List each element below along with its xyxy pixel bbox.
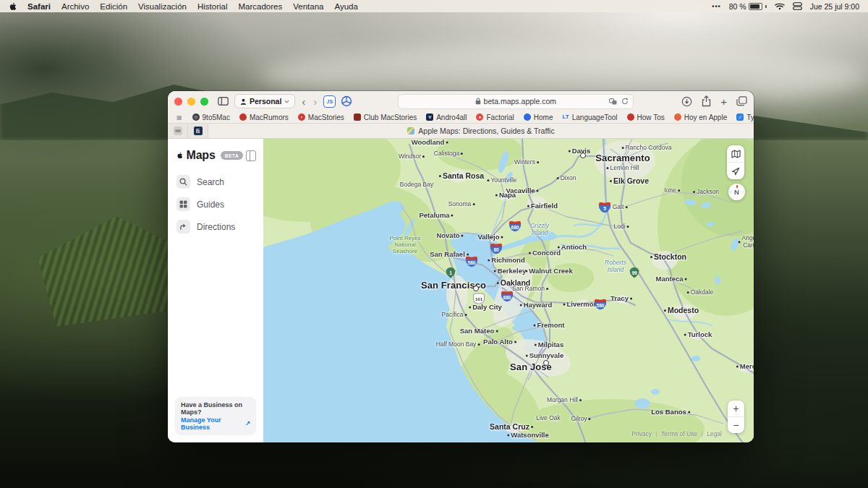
js-extension-icon[interactable]: JS [323, 95, 336, 108]
new-tab-button[interactable]: + [720, 96, 727, 107]
external-link-icon: ↗ [244, 420, 250, 427]
compass-north-label: N [734, 188, 739, 196]
safari-window: Personal ‹ › JS beta.maps.apple.com [168, 91, 754, 442]
bookmark-hoy-en-apple[interactable]: Hoy en Apple [674, 114, 728, 121]
tab-bar: fi Apple Maps: Directions, Guides & Traf… [168, 123, 754, 139]
beta-badge: BETA [221, 151, 244, 160]
manage-business-label: Manage Your Business [181, 416, 242, 431]
chevron-down-icon [284, 100, 289, 103]
pinned-tab-1[interactable] [168, 124, 188, 138]
bookmark-club-macstories[interactable]: Club MacStories [354, 114, 417, 121]
battery-indicator[interactable]: 80 % [729, 2, 767, 11]
desktop: Safari ArchivoEdiciónVisualizaciónHistor… [0, 0, 868, 488]
map-controls [727, 145, 744, 179]
bookmark-andro4all[interactable]: VAndro4all [426, 114, 467, 121]
sidebar-item-guides[interactable]: Guides [168, 193, 263, 215]
bookmark-how-tos[interactable]: How Tos [627, 114, 665, 121]
tab-title: Apple Maps: Directions, Guides & Traffic [418, 127, 554, 135]
bookmarks-list: ◷9to5MacMacRumors▪MacStoriesClub MacStor… [192, 114, 754, 121]
menu-item-historial[interactable]: Historial [197, 2, 228, 11]
menu-item-edici-n[interactable]: Edición [100, 2, 127, 11]
bookmark-9to5mac[interactable]: ◷9to5Mac [192, 114, 230, 121]
minimize-button[interactable] [187, 98, 195, 106]
directions-icon [176, 220, 190, 234]
zoom-in-button[interactable]: + [728, 401, 744, 416]
macrumors-favicon-icon [239, 114, 247, 121]
sidebar-item-label: Directions [197, 222, 235, 232]
factorial-favicon-icon: ● [476, 114, 483, 121]
map-footer-link-legal[interactable]: Legal [697, 430, 722, 437]
tab-overview-icon[interactable] [736, 96, 747, 106]
battery-percent: 80 % [729, 2, 746, 11]
map-footer-link-privacy[interactable]: Privacy [631, 430, 652, 437]
active-tab[interactable]: Apple Maps: Directions, Guides & Traffic [208, 124, 754, 138]
window-toolbar: Personal ‹ › JS beta.maps.apple.com [168, 91, 754, 111]
compass-control[interactable]: N [728, 184, 745, 200]
pinned-tab-2[interactable]: fi [188, 124, 208, 138]
address-bar[interactable]: beta.maps.apple.com [398, 94, 634, 109]
share-icon[interactable] [702, 95, 711, 107]
bookmark-macstories[interactable]: ▪MacStories [298, 114, 344, 121]
city-marker [543, 360, 549, 366]
bookmark-factorial[interactable]: ●Factorial [476, 114, 514, 121]
menu-item-archivo[interactable]: Archivo [61, 2, 89, 11]
close-button[interactable] [174, 98, 182, 106]
profile-button[interactable]: Personal [234, 94, 295, 108]
business-promo: Have a Business on Maps? Manage Your Bus… [175, 397, 256, 435]
maps-sidebar-toggle-icon[interactable] [246, 150, 256, 161]
pinned-tab-1-favicon [174, 127, 182, 135]
battery-icon [749, 3, 762, 10]
menu-extra-icon[interactable]: ••• [712, 3, 720, 10]
city-marker [580, 153, 586, 158]
menu-item-ayuda[interactable]: Ayuda [334, 2, 357, 11]
bookmark-home[interactable]: Home [524, 114, 553, 121]
map-canvas[interactable]: WoodlandDavisSacramentoRancho CordovaLem… [263, 139, 754, 442]
back-button[interactable]: ‹ [300, 96, 307, 107]
translate-icon[interactable] [609, 98, 617, 105]
map-footer-link-terms-of-use[interactable]: Terms of Use [652, 430, 697, 437]
apple-maps-favicon [407, 127, 414, 134]
menu-item-marcadores[interactable]: Marcadores [239, 2, 283, 11]
reload-icon[interactable] [621, 98, 629, 105]
menu-item-visualizaci-n[interactable]: Visualización [138, 2, 187, 11]
bookmark-label: Factorial [486, 114, 514, 121]
menu-item-ventana[interactable]: Ventana [293, 2, 323, 11]
map-mode-button[interactable] [727, 145, 744, 162]
menu-clock[interactable]: Jue 25 jul 9:00 [810, 2, 859, 11]
maps-brand: Maps BETA [168, 146, 263, 171]
control-center-icon[interactable] [793, 2, 802, 10]
menu-bar-items: ArchivoEdiciónVisualizaciónHistorialMarc… [61, 2, 358, 11]
sidebar-toggle-icon[interactable] [216, 95, 229, 107]
menu-app-name[interactable]: Safari [27, 2, 51, 11]
current-location-button[interactable] [727, 162, 744, 179]
lock-icon [475, 98, 481, 105]
forward-button[interactable]: › [312, 96, 318, 107]
wheel-extension-icon[interactable] [341, 95, 352, 107]
sidebar-item-directions[interactable]: Directions [168, 215, 263, 238]
bookmark-label: Typefully [746, 114, 754, 121]
bookmark-languagetool[interactable]: LTLanguageTool [563, 114, 618, 121]
zoom-out-button[interactable]: − [728, 416, 744, 433]
wifi-icon[interactable] [775, 2, 785, 10]
bookmark-label: How Tos [637, 114, 665, 121]
folded-map-icon [731, 150, 741, 158]
sidebar-item-search[interactable]: Search [168, 171, 263, 193]
bookmark-typefully[interactable]: ∕Typefully [736, 114, 754, 121]
9to5mac-favicon-icon: ◷ [192, 114, 200, 121]
pinned-tab-2-favicon: fi [194, 127, 203, 135]
manage-business-link[interactable]: Manage Your Business ↗ [181, 416, 250, 431]
window-controls [174, 98, 208, 106]
apple-menu-icon[interactable] [9, 2, 17, 11]
zoom-button[interactable] [200, 98, 208, 106]
menu-bar-status: ••• 80 % Jue 25 jul 9:00 [712, 2, 859, 11]
apple-logo-icon [176, 150, 184, 160]
favorites-grid-icon[interactable]: ▦ [176, 114, 183, 121]
bookmarks-bar: ▦ ◷9to5MacMacRumors▪MacStoriesClub MacSt… [168, 111, 754, 123]
downloads-icon[interactable] [681, 96, 692, 107]
menu-bar: Safari ArchivoEdiciónVisualizaciónHistor… [0, 0, 868, 12]
url-text: beta.maps.apple.com [484, 97, 556, 106]
sidebar-item-label: Search [197, 177, 224, 187]
search-icon [176, 175, 190, 189]
city-marker [473, 286, 479, 291]
bookmark-macrumors[interactable]: MacRumors [239, 114, 289, 121]
